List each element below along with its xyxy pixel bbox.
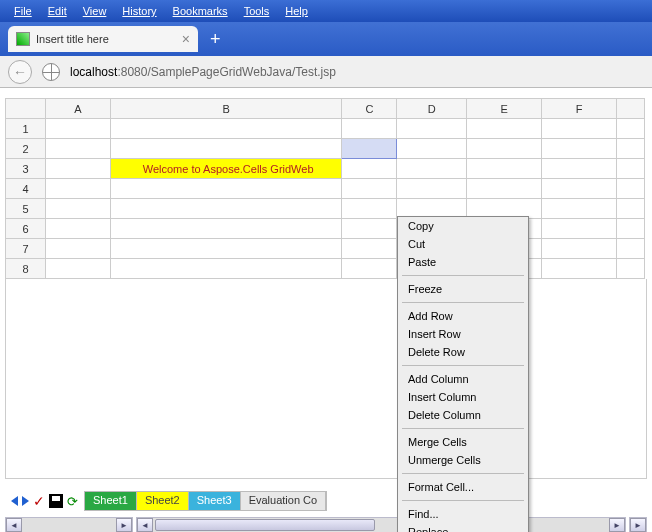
cell[interactable] (467, 159, 542, 179)
cell[interactable] (542, 199, 617, 219)
cell[interactable] (45, 119, 110, 139)
cell[interactable] (110, 119, 342, 139)
cell[interactable] (467, 139, 542, 159)
ctx-find-[interactable]: Find... (398, 505, 528, 523)
ctx-copy[interactable]: Copy (398, 217, 528, 235)
col-header-a[interactable]: A (45, 99, 110, 119)
browser-tab[interactable]: Insert title here × (8, 26, 198, 52)
cell[interactable] (542, 179, 617, 199)
ctx-cut[interactable]: Cut (398, 235, 528, 253)
cell[interactable] (45, 179, 110, 199)
row-header-6[interactable]: 6 (6, 219, 46, 239)
cell[interactable] (45, 259, 110, 279)
back-button[interactable]: ← (8, 60, 32, 84)
new-tab-button[interactable]: + (210, 29, 221, 50)
col-header-d[interactable]: D (397, 99, 467, 119)
ctx-freeze[interactable]: Freeze (398, 280, 528, 298)
cell[interactable] (397, 179, 467, 199)
cell[interactable] (467, 119, 542, 139)
cell[interactable] (45, 239, 110, 259)
cell[interactable] (397, 139, 467, 159)
cell-c2-selected[interactable] (342, 139, 397, 159)
cell[interactable] (45, 139, 110, 159)
row-header-4[interactable]: 4 (6, 179, 46, 199)
menu-view[interactable]: View (75, 2, 115, 20)
nav-prev-icon[interactable] (11, 496, 18, 506)
cell[interactable] (110, 239, 342, 259)
scrollbar-nav[interactable]: ◄ ► (5, 517, 133, 532)
cell[interactable] (542, 159, 617, 179)
sheet-tab-evaluation-co[interactable]: Evaluation Co (241, 492, 327, 510)
cell[interactable] (342, 259, 397, 279)
scrollbar-main[interactable]: ◄ ► (136, 517, 626, 532)
col-header-c[interactable]: C (342, 99, 397, 119)
cell[interactable] (616, 159, 644, 179)
col-header-[interactable] (616, 99, 644, 119)
cell[interactable] (342, 239, 397, 259)
cell[interactable] (110, 179, 342, 199)
ctx-delete-row[interactable]: Delete Row (398, 343, 528, 361)
ctx-unmerge-cells[interactable]: Unmerge Cells (398, 451, 528, 469)
ctx-insert-row[interactable]: Insert Row (398, 325, 528, 343)
close-tab-icon[interactable]: × (182, 32, 190, 46)
cell[interactable] (616, 239, 644, 259)
scroll-left-icon[interactable]: ◄ (6, 518, 22, 532)
cell[interactable] (616, 219, 644, 239)
spreadsheet[interactable]: ABCDEF123Welcome to Aspose.Cells GridWeb… (5, 98, 645, 279)
cell[interactable] (616, 199, 644, 219)
cell[interactable] (45, 219, 110, 239)
refresh-icon[interactable]: ⟳ (67, 494, 78, 509)
ctx-insert-column[interactable]: Insert Column (398, 388, 528, 406)
cell[interactable] (45, 199, 110, 219)
row-header-7[interactable]: 7 (6, 239, 46, 259)
cell[interactable] (110, 199, 342, 219)
col-header-f[interactable]: F (542, 99, 617, 119)
menu-help[interactable]: Help (277, 2, 316, 20)
cell[interactable] (616, 259, 644, 279)
nav-next-icon[interactable] (22, 496, 29, 506)
cell[interactable] (616, 119, 644, 139)
cell-b3[interactable]: Welcome to Aspose.Cells GridWeb (110, 159, 342, 179)
cell[interactable] (342, 199, 397, 219)
ctx-delete-column[interactable]: Delete Column (398, 406, 528, 424)
menu-history[interactable]: History (114, 2, 164, 20)
cell[interactable] (542, 119, 617, 139)
ctx-format-cell-[interactable]: Format Cell... (398, 478, 528, 496)
cell[interactable] (110, 219, 342, 239)
cell[interactable] (110, 259, 342, 279)
row-header-1[interactable]: 1 (6, 119, 46, 139)
scroll-right-icon[interactable]: ► (116, 518, 132, 532)
sheet-tab-sheet3[interactable]: Sheet3 (189, 492, 241, 510)
menu-edit[interactable]: Edit (40, 2, 75, 20)
ctx-add-column[interactable]: Add Column (398, 370, 528, 388)
cell[interactable] (342, 219, 397, 239)
submit-icon[interactable]: ✓ (33, 493, 45, 509)
row-header-5[interactable]: 5 (6, 199, 46, 219)
col-header-e[interactable]: E (467, 99, 542, 119)
row-header-8[interactable]: 8 (6, 259, 46, 279)
corner-cell[interactable] (6, 99, 46, 119)
save-icon[interactable] (49, 494, 63, 508)
menu-file[interactable]: File (6, 2, 40, 20)
cell[interactable] (542, 219, 617, 239)
menu-bookmarks[interactable]: Bookmarks (165, 2, 236, 20)
cell[interactable] (342, 179, 397, 199)
cell[interactable] (542, 139, 617, 159)
ctx-replace-[interactable]: Replace... (398, 523, 528, 532)
menu-tools[interactable]: Tools (236, 2, 278, 20)
ctx-merge-cells[interactable]: Merge Cells (398, 433, 528, 451)
cell[interactable] (467, 179, 542, 199)
cell[interactable] (45, 159, 110, 179)
url-field[interactable]: localhost:8080/SamplePageGridWebJava/Tes… (66, 61, 644, 83)
row-header-3[interactable]: 3 (6, 159, 46, 179)
ctx-paste[interactable]: Paste (398, 253, 528, 271)
scrollbar-corner[interactable]: ► (629, 517, 647, 532)
scroll-right-icon[interactable]: ► (630, 518, 646, 532)
cell[interactable] (616, 139, 644, 159)
scroll-left-icon[interactable]: ◄ (137, 518, 153, 532)
scrollbar-thumb[interactable] (155, 519, 375, 531)
sheet-tab-sheet1[interactable]: Sheet1 (85, 492, 137, 510)
cell[interactable] (342, 159, 397, 179)
sheet-tab-sheet2[interactable]: Sheet2 (137, 492, 189, 510)
cell[interactable] (342, 119, 397, 139)
